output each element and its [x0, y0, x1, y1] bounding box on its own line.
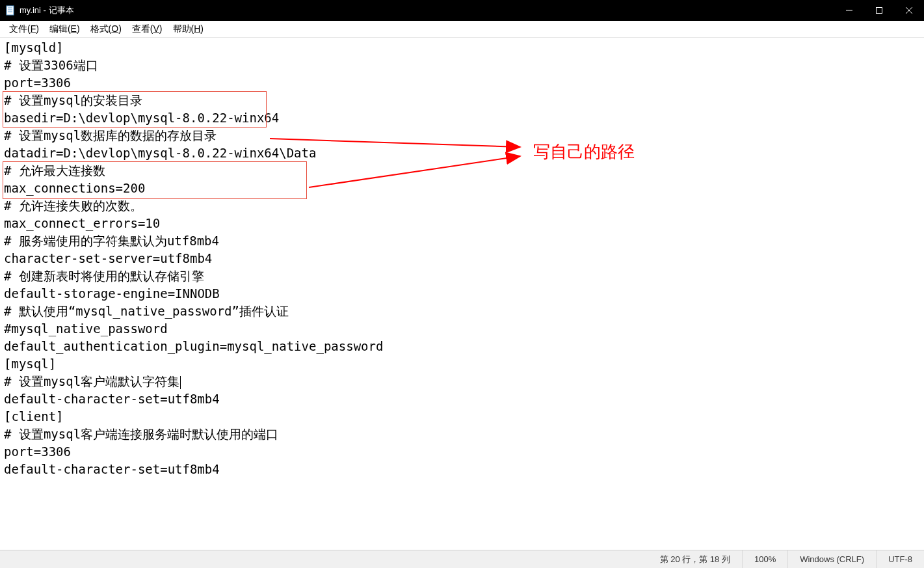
- editor-content[interactable]: [mysqld]# 设置3306端口port=3306# 设置mysql的安装目…: [0, 38, 924, 550]
- editor-line[interactable]: max_connect_errors=10: [4, 215, 920, 232]
- menu-file[interactable]: 文件(F): [4, 22, 44, 36]
- editor-area[interactable]: [mysqld]# 设置3306端口port=3306# 设置mysql的安装目…: [0, 38, 924, 550]
- editor-line[interactable]: # 服务端使用的字符集默认为utf8mb4: [4, 232, 920, 250]
- editor-line[interactable]: default_authentication_plugin=mysql_nati…: [4, 338, 920, 355]
- statusbar: 第 20 行，第 18 列 100% Windows (CRLF) UTF-8: [0, 550, 924, 568]
- menu-help[interactable]: 帮助(H): [168, 22, 209, 36]
- maximize-button[interactable]: [864, 0, 894, 21]
- editor-line[interactable]: [mysql]: [4, 355, 920, 373]
- status-line-ending: Windows (CRLF): [787, 550, 876, 568]
- menu-edit[interactable]: 编辑(E): [44, 22, 85, 36]
- editor-line[interactable]: # 默认使用“mysql_native_password”插件认证: [4, 303, 920, 320]
- editor-line[interactable]: port=3306: [4, 74, 920, 92]
- editor-line[interactable]: port=3306: [4, 443, 920, 461]
- editor-line[interactable]: character-set-server=utf8mb4: [4, 250, 920, 267]
- close-button[interactable]: [894, 0, 924, 21]
- editor-line[interactable]: # 设置3306端口: [4, 57, 920, 74]
- editor-line[interactable]: default-character-set=utf8mb4: [4, 461, 920, 478]
- notepad-icon: [5, 5, 16, 16]
- editor-line[interactable]: default-storage-engine=INNODB: [4, 285, 920, 303]
- editor-line[interactable]: max_connections=200: [4, 180, 920, 197]
- editor-line[interactable]: # 允许最大连接数: [4, 162, 920, 180]
- editor-line[interactable]: [mysqld]: [4, 39, 920, 57]
- text-caret: [180, 376, 181, 389]
- menu-format[interactable]: 格式(O): [85, 22, 127, 36]
- editor-line[interactable]: # 设置mysql客户端连接服务端时默认使用的端口: [4, 426, 920, 443]
- window-title: my.ini - 记事本: [20, 5, 74, 16]
- status-encoding: UTF-8: [876, 550, 924, 568]
- editor-line[interactable]: # 设置mysql的安装目录: [4, 92, 920, 109]
- svg-rect-0: [7, 6, 14, 15]
- menu-view[interactable]: 查看(V): [127, 22, 168, 36]
- titlebar: my.ini - 记事本: [0, 0, 924, 21]
- editor-line[interactable]: default-character-set=utf8mb4: [4, 390, 920, 408]
- editor-line[interactable]: #mysql_native_password: [4, 320, 920, 338]
- editor-line[interactable]: [client]: [4, 408, 920, 426]
- svg-rect-5: [877, 8, 882, 14]
- status-position: 第 20 行，第 18 列: [648, 550, 742, 568]
- editor-line[interactable]: # 设置mysql客户端默认字符集: [4, 373, 920, 390]
- menubar: 文件(F) 编辑(E) 格式(O) 查看(V) 帮助(H): [0, 21, 924, 38]
- minimize-button[interactable]: [834, 0, 864, 21]
- editor-line[interactable]: # 设置mysql数据库的数据的存放目录: [4, 127, 920, 144]
- status-zoom: 100%: [742, 550, 787, 568]
- editor-line[interactable]: datadir=D:\devlop\mysql-8.0.22-winx64\Da…: [4, 144, 920, 162]
- editor-line[interactable]: # 创建新表时将使用的默认存储引擎: [4, 267, 920, 285]
- editor-line[interactable]: # 允许连接失败的次数。: [4, 197, 920, 215]
- editor-line[interactable]: basedir=D:\devlop\mysql-8.0.22-winx64: [4, 109, 920, 127]
